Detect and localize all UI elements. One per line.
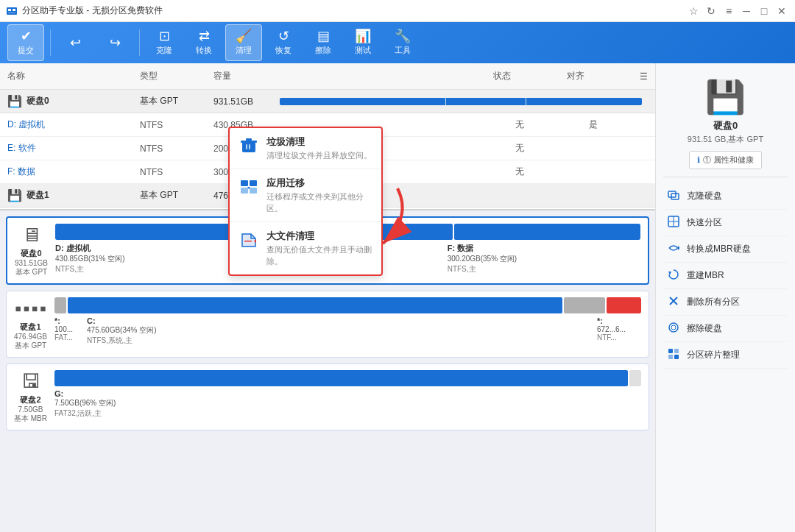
- part-f-type: NTFS: [140, 167, 213, 177]
- disk2-part-g: G: 7.50GB(96% 空闲) FAT32,活跃,主: [54, 389, 641, 419]
- svg-rect-17: [668, 191, 676, 197]
- app-title: 分区助手专业版 - 无损分区免费软件: [22, 4, 686, 17]
- part-d-name: D: 虚拟机: [7, 118, 140, 131]
- health-label: ① 属性和健康: [703, 155, 754, 166]
- undo-button[interactable]: ↩: [57, 32, 93, 54]
- disk1-part-star2: *: 672...6... NTF...: [597, 316, 641, 346]
- menu-btn[interactable]: ≡: [721, 4, 736, 18]
- main-area: 名称 类型 容量 状态 对齐 ☰ 💾 硬盘0 基本 GPT 931.51GB: [0, 63, 795, 532]
- svg-rect-10: [250, 180, 257, 186]
- test-label: 测试: [355, 45, 371, 56]
- disk2-info-row: G: 7.50GB(96% 空闲) FAT32,活跃,主: [54, 389, 641, 419]
- right-action-rebuild-mbr[interactable]: 重建MBR: [663, 263, 788, 289]
- minimize-btn[interactable]: ─: [739, 4, 754, 18]
- part-e-name: E: 软件: [7, 142, 140, 155]
- disk1-thumb: ▪▪▪▪ 硬盘1 476.94GB 基本 GPT: [14, 297, 47, 351]
- content-area: 名称 类型 容量 状态 对齐 ☰ 💾 硬盘0 基本 GPT 931.51GB: [0, 63, 655, 532]
- disk2-seg1: [629, 370, 641, 386]
- svg-rect-6: [246, 138, 252, 141]
- maximize-btn[interactable]: □: [757, 4, 771, 18]
- commit-label: 提交: [18, 45, 34, 56]
- redo-button[interactable]: ↪: [96, 32, 133, 54]
- large-file-desc: 查阅无价值大文件并且手动删除。: [266, 244, 372, 267]
- right-disk-size: 931.51 GB,基本 GPT: [688, 134, 763, 145]
- disk2-thumb-icon: 🖫: [21, 370, 40, 393]
- disk0-thumb-type: 基本 GPT: [15, 267, 47, 277]
- quick-partition-label: 快速分区: [687, 216, 722, 229]
- restore-button[interactable]: ↺ 恢复: [265, 25, 302, 60]
- svg-marker-22: [678, 246, 679, 250]
- clone-button[interactable]: ⊡ 克隆: [146, 25, 183, 60]
- health-button[interactable]: ℹ ① 属性和健康: [689, 151, 762, 169]
- right-disk-icon: 💾: [705, 78, 746, 116]
- large-file-item[interactable]: 大文件清理 查阅无价值大文件并且手动删除。: [230, 222, 381, 274]
- wipe-icon: ▤: [317, 29, 330, 43]
- right-action-delete-all[interactable]: 删除所有分区: [663, 289, 788, 316]
- svg-rect-11: [241, 188, 248, 194]
- test-button[interactable]: 📊 测试: [344, 25, 381, 60]
- commit-button[interactable]: ✔ 提交: [7, 24, 44, 61]
- disk2-vis-card[interactable]: 🖫 硬盘2 7.50GB 基本 MBR G: 7.50GB(96% 空闲): [6, 363, 649, 430]
- convert-mbr-icon: [666, 242, 681, 256]
- disk0-seg-d: [280, 98, 445, 105]
- disk0-icon: 💾: [7, 94, 22, 108]
- disk1-part-star: *: 100... FAT...: [54, 316, 84, 346]
- disk1-bar-row: [54, 297, 641, 313]
- close-btn[interactable]: ✕: [774, 4, 789, 18]
- part-d-status: 无: [515, 118, 589, 131]
- disk1-seg2: [564, 297, 604, 313]
- right-action-clone-disk[interactable]: 克隆硬盘: [663, 183, 788, 210]
- trash-clean-text: 垃圾清理 清理垃圾文件并且释放空间。: [266, 135, 372, 161]
- svg-rect-30: [668, 355, 673, 359]
- app-migrate-item[interactable]: 应用迁移 迁移程序或文件夹到其他分区。: [230, 169, 381, 222]
- disk-row-0[interactable]: 💾 硬盘0 基本 GPT 931.51GB: [0, 90, 655, 113]
- right-panel: 💾 硬盘0 931.51 GB,基本 GPT ℹ ① 属性和健康 克隆硬盘 快速…: [655, 63, 795, 532]
- disk1-thumb-type: 基本 GPT: [15, 341, 46, 351]
- right-action-wipe-disk[interactable]: 擦除硬盘: [663, 316, 788, 342]
- disk0-bar-area: [280, 98, 648, 105]
- right-action-quick-partition[interactable]: 快速分区: [663, 210, 788, 236]
- disk1-partitions: *: 100... FAT... C: 475.60GB(34% 空闲) NTF…: [54, 297, 641, 346]
- trash-icon: [239, 135, 259, 156]
- svg-point-26: [669, 323, 678, 332]
- tools-button[interactable]: 🔧 工具: [384, 25, 421, 60]
- disk2-thumb-label: 硬盘2: [20, 394, 40, 405]
- col-header-align: 对齐: [567, 70, 626, 82]
- right-action-defrag[interactable]: 分区碎片整理: [663, 342, 788, 369]
- disk1-thumb-icon: ▪▪▪▪: [15, 297, 46, 320]
- wipe-disk-label: 擦除硬盘: [687, 322, 722, 335]
- health-icon: ℹ: [697, 155, 700, 165]
- table-header-row: 名称 类型 容量 状态 对齐 ☰: [0, 63, 655, 90]
- wipe-disk-icon: [666, 322, 681, 336]
- large-file-icon: [239, 230, 259, 250]
- svg-rect-14: [244, 241, 252, 242]
- wipe-button[interactable]: ▤ 擦除: [305, 25, 342, 60]
- app-icon: [6, 5, 18, 17]
- star-btn[interactable]: ☆: [686, 4, 701, 18]
- clean-button[interactable]: 🧹 清理: [225, 24, 262, 61]
- refresh-btn[interactable]: ↻: [704, 4, 718, 18]
- clone-label: 克隆: [156, 45, 172, 56]
- disk2-seg0: [54, 370, 628, 386]
- defrag-icon: [666, 348, 681, 362]
- trash-clean-item[interactable]: 垃圾清理 清理垃圾文件并且释放空间。: [230, 128, 381, 169]
- tools-label: 工具: [395, 45, 411, 56]
- disk0-seg-f: [526, 98, 642, 105]
- col-header-status: 状态: [493, 70, 567, 82]
- app-migrate-text: 应用迁移 迁移程序或文件夹到其他分区。: [266, 177, 372, 214]
- clean-label: 清理: [236, 45, 252, 56]
- rebuild-mbr-icon: [666, 269, 681, 283]
- disk1-vis-card[interactable]: ▪▪▪▪ 硬盘1 476.94GB 基本 GPT *:: [6, 291, 649, 358]
- redo-icon: ↪: [110, 36, 121, 49]
- disk0-part-d: D: 虚拟机 430.85GB(31% 空闲) NTFS,主: [55, 243, 248, 274]
- disk1-seg0: [54, 297, 66, 313]
- part-e-type: NTFS: [140, 143, 213, 154]
- disk1-part-c: C: 475.60GB(34% 空闲) NTFS,系统,主: [87, 316, 594, 346]
- part-f-status: 无: [515, 166, 589, 178]
- svg-rect-29: [674, 349, 679, 353]
- disk1-seg3: [607, 297, 641, 313]
- convert-button[interactable]: ⇄ 转换: [186, 25, 222, 60]
- svg-rect-31: [674, 355, 679, 359]
- col-header-type: 类型: [140, 70, 213, 82]
- right-action-convert-mbr[interactable]: 转换成MBR硬盘: [663, 236, 788, 263]
